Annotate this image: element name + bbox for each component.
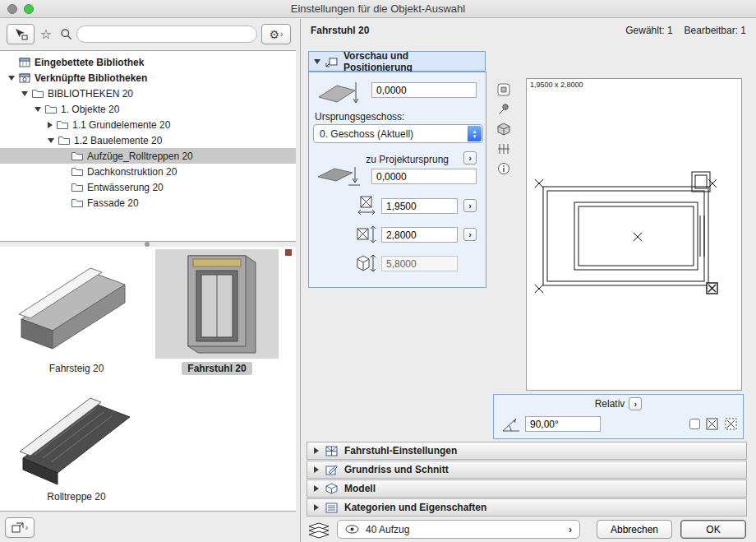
tree-item-aufzuege-rolltreppen[interactable]: Aufzüge_Rolltreppen 20 bbox=[0, 148, 296, 164]
section-fahrstuhl-einstellungen[interactable]: Fahrstuhl-Einstellungen bbox=[307, 442, 747, 460]
folder-icon bbox=[71, 198, 83, 207]
relative-options-button[interactable]: › bbox=[629, 397, 642, 410]
tree-item-fassade[interactable]: Fassade 20 bbox=[0, 195, 296, 211]
chevron-down-icon[interactable] bbox=[48, 138, 54, 143]
hotspot-solid-icon[interactable] bbox=[706, 418, 718, 430]
search-icon bbox=[59, 27, 72, 40]
rotation-angle-icon bbox=[500, 415, 522, 433]
zoom-window-button[interactable] bbox=[24, 4, 34, 14]
gallery-item-fahrsteig[interactable] bbox=[12, 253, 141, 359]
depth-input[interactable] bbox=[381, 227, 458, 243]
home-story-value: 0. Geschoss (Aktuell) bbox=[320, 128, 413, 140]
section-kategorien-und-eigenschaften[interactable]: Kategorien und Eigenschaften bbox=[307, 498, 747, 517]
gallery-scroll-indicator[interactable] bbox=[285, 249, 292, 256]
section-title: Vorschau und Positionierung bbox=[343, 50, 480, 73]
home-story-select[interactable]: 0. Geschoss (Aktuell) ▲▼ bbox=[313, 124, 483, 143]
gallery-item-rolltreppe[interactable] bbox=[12, 378, 141, 488]
object-settings-dialog: Einstellungen für die Objekt-Auswahl ☆ ⚙… bbox=[0, 0, 756, 542]
preview-plan-button[interactable] bbox=[495, 82, 513, 97]
object-settings-panel: Fahrstuhl 20 Gewählt: 1 Bearbeitbar: 1 V… bbox=[301, 19, 756, 542]
folder-icon bbox=[57, 120, 68, 129]
section-modell[interactable]: Modell bbox=[307, 479, 747, 498]
tree-item-grundelemente-20[interactable]: 1.1 Grundelemente 20 bbox=[0, 117, 296, 132]
object-gallery: Fahrsteig 20 Fahrstuhl 20 bbox=[0, 247, 296, 512]
library-search-input[interactable] bbox=[76, 25, 257, 43]
to-origin-input[interactable] bbox=[371, 169, 477, 184]
fahrsteig-thumbnail bbox=[15, 260, 138, 359]
cancel-button[interactable]: Abbrechen bbox=[597, 520, 672, 539]
tree-item-entwaesserung[interactable]: Entwässerung 20 bbox=[0, 179, 296, 195]
tree-item-embedded-library[interactable]: Eingebettete Bibliothek bbox=[0, 54, 296, 70]
favorites-star-button[interactable]: ☆ bbox=[38, 25, 54, 42]
chevron-down-icon[interactable] bbox=[8, 76, 15, 81]
embedded-library-icon bbox=[19, 58, 30, 67]
layer-select[interactable]: 40 Aufzug › bbox=[337, 520, 580, 539]
tree-item-label: 1. Objekte 20 bbox=[61, 104, 119, 115]
preview-dimensions: 1,9500 x 2,8000 bbox=[530, 81, 583, 89]
tree-item-label: 1.2 Bauelemente 20 bbox=[74, 135, 162, 146]
tree-item-dachkonstruktion[interactable]: Dachkonstruktion 20 bbox=[0, 164, 296, 179]
chevron-down-icon[interactable] bbox=[35, 107, 41, 112]
section-marker-icon[interactable] bbox=[495, 141, 513, 156]
folder-icon bbox=[71, 167, 83, 176]
fahrstuhl-thumbnail bbox=[155, 249, 279, 359]
chevron-right-icon: › bbox=[569, 524, 572, 535]
title-bar[interactable]: Einstellungen für die Objekt-Auswahl bbox=[0, 0, 756, 18]
width-options-button[interactable]: › bbox=[463, 199, 477, 212]
pushpin-icon[interactable] bbox=[495, 102, 513, 117]
width-input[interactable] bbox=[381, 198, 458, 214]
folder-icon bbox=[71, 183, 83, 192]
gallery-item-label[interactable]: Rolltreppe 20 bbox=[12, 490, 141, 503]
folder-icon bbox=[32, 89, 44, 98]
tree-item-linked-libraries[interactable]: Verknüpfte Bibliotheken bbox=[0, 70, 296, 86]
depth-options-button[interactable]: › bbox=[463, 228, 477, 241]
chevron-right-icon[interactable] bbox=[314, 485, 319, 492]
preview-3d-button[interactable] bbox=[495, 122, 513, 137]
mirror-checkbox[interactable] bbox=[689, 419, 700, 429]
rotation-angle-input[interactable] bbox=[525, 416, 601, 432]
close-window-button[interactable] bbox=[7, 4, 17, 14]
elevation-input[interactable] bbox=[371, 82, 477, 98]
library-browser-panel: ☆ ⚙ › Eingebettete Bibliothek bbox=[0, 19, 301, 542]
chevron-down-icon[interactable] bbox=[21, 91, 28, 96]
ok-button[interactable]: OK bbox=[680, 520, 746, 539]
eye-icon bbox=[345, 525, 359, 534]
preview-canvas[interactable]: 1,9500 x 2,8000 bbox=[526, 78, 742, 391]
home-story-label: Ursprungsgeschoss: bbox=[315, 111, 404, 123]
linked-library-icon bbox=[19, 73, 30, 83]
settings-gear-button[interactable]: ⚙ › bbox=[261, 24, 291, 44]
section-preview-positioning-header[interactable]: Vorschau und Positionierung bbox=[308, 51, 486, 72]
tree-item-objekte-20[interactable]: 1. Objekte 20 bbox=[0, 101, 296, 117]
to-origin-options-button[interactable]: › bbox=[463, 151, 477, 164]
gallery-item-label[interactable]: Fahrstuhl 20 bbox=[150, 362, 284, 375]
tree-item-label: Verknüpfte Bibliotheken bbox=[35, 72, 147, 84]
tree-item-label: Eingebettete Bibliothek bbox=[35, 57, 144, 68]
elevator-plan-drawing bbox=[527, 79, 741, 390]
width-icon bbox=[357, 196, 376, 215]
tree-item-label: Fassade 20 bbox=[87, 197, 139, 209]
gallery-item-label[interactable]: Fahrsteig 20 bbox=[12, 362, 141, 375]
chevron-down-icon[interactable] bbox=[314, 59, 320, 64]
tree-item-bauelemente-20[interactable]: 1.2 Bauelemente 20 bbox=[0, 132, 296, 148]
folder-icon bbox=[45, 104, 57, 113]
rolltreppe-thumbnail bbox=[15, 382, 138, 488]
window-title: Einstellungen für die Objekt-Auswahl bbox=[291, 2, 465, 15]
info-icon[interactable] bbox=[495, 161, 513, 176]
chevron-right-icon[interactable] bbox=[314, 466, 319, 473]
chevron-right-icon[interactable] bbox=[48, 122, 53, 128]
gallery-item-fahrstuhl[interactable] bbox=[150, 249, 284, 359]
load-library-button[interactable]: › bbox=[5, 517, 35, 538]
tree-item-label: Dachkonstruktion 20 bbox=[87, 166, 177, 178]
chevron-right-icon: › bbox=[280, 30, 283, 39]
section-grundriss-und-schnitt[interactable]: Grundriss und Schnitt bbox=[307, 461, 747, 479]
tree-item-bibliotheken-20[interactable]: BIBLIOTHEKEN 20 bbox=[0, 86, 296, 101]
preview-mode-strip bbox=[495, 82, 513, 181]
chevron-right-icon[interactable] bbox=[314, 504, 319, 511]
object-browser-button[interactable] bbox=[7, 24, 35, 44]
elevation-icon bbox=[316, 79, 360, 107]
relative-label: Relativ bbox=[595, 398, 625, 410]
model-cube-icon bbox=[325, 483, 338, 494]
hotspot-dashed-icon[interactable] bbox=[725, 418, 737, 430]
chevron-right-icon[interactable] bbox=[314, 447, 319, 454]
top-elevation-input bbox=[381, 256, 458, 271]
